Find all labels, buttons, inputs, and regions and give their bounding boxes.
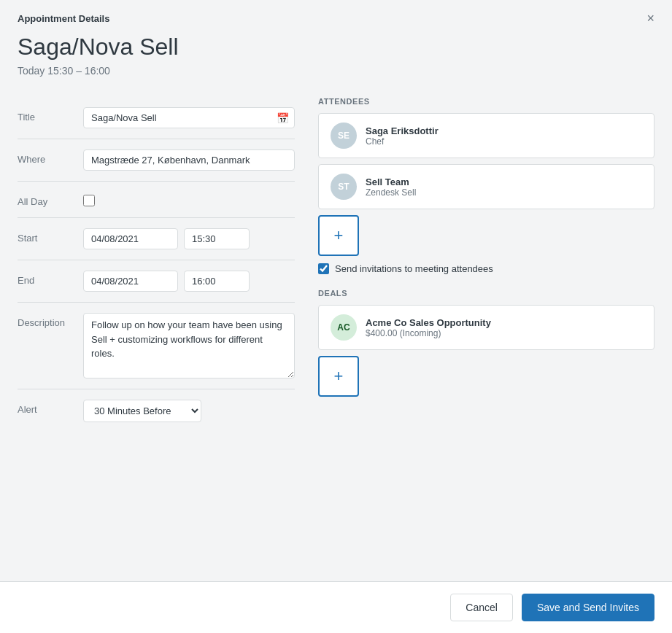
save-button[interactable]: Save and Send Invites bbox=[522, 594, 654, 621]
deal-info: Acme Co Sales Opportunity $400.00 (Incom… bbox=[366, 317, 491, 338]
add-attendee-button[interactable]: + bbox=[318, 215, 359, 256]
modal-footer: Cancel Save and Send Invites bbox=[0, 581, 672, 633]
form-layout: Title 📅 Where All Day bbox=[18, 97, 654, 432]
modal-body: Saga/Nova Sell Today 15:30 – 16:00 Title… bbox=[0, 34, 672, 581]
alert-label: Alert bbox=[18, 400, 83, 415]
calendar-icon: 📅 bbox=[277, 112, 289, 124]
description-label: Description bbox=[18, 313, 83, 328]
attendee-card: ST Sell Team Zendesk Sell bbox=[318, 164, 654, 209]
description-input[interactable]: Follow up on how your team have been usi… bbox=[83, 313, 295, 378]
cancel-button[interactable]: Cancel bbox=[450, 594, 513, 621]
avatar: SE bbox=[331, 123, 357, 149]
appointment-time: Today 15:30 – 16:00 bbox=[18, 65, 654, 77]
invite-label: Send invitations to meeting attendees bbox=[335, 263, 493, 274]
attendee-info: Sell Team Zendesk Sell bbox=[366, 176, 416, 198]
allday-checkbox[interactable] bbox=[83, 195, 95, 206]
attendee-name: Saga Eriksdottir bbox=[366, 125, 439, 136]
avatar: AC bbox=[331, 314, 357, 341]
end-date-input[interactable] bbox=[83, 271, 178, 292]
end-row: End bbox=[18, 260, 295, 303]
add-deal-button[interactable]: + bbox=[318, 356, 359, 397]
form-left: Title 📅 Where All Day bbox=[18, 97, 295, 432]
alert-select[interactable]: At time of event 5 Minutes Before 10 Min… bbox=[83, 400, 201, 422]
start-time-input[interactable] bbox=[184, 228, 250, 249]
end-datetime-group bbox=[83, 271, 295, 292]
end-time-input[interactable] bbox=[184, 271, 250, 292]
modal-header: Appointment Details × bbox=[0, 0, 672, 34]
deal-card: AC Acme Co Sales Opportunity $400.00 (In… bbox=[318, 305, 654, 350]
attendee-name: Sell Team bbox=[366, 176, 416, 187]
page-title: Saga/Nova Sell bbox=[18, 34, 654, 61]
description-row: Description Follow up on how your team h… bbox=[18, 303, 295, 389]
form-right: ATTENDEES SE Saga Eriksdottir Chef ST Se… bbox=[318, 97, 654, 432]
where-label: Where bbox=[18, 149, 83, 165]
title-row: Title 📅 bbox=[18, 97, 295, 139]
allday-label: All Day bbox=[18, 192, 83, 207]
attendee-info: Saga Eriksdottir Chef bbox=[366, 125, 439, 147]
close-button[interactable]: × bbox=[646, 12, 654, 25]
start-label: Start bbox=[18, 228, 83, 244]
avatar: ST bbox=[331, 174, 357, 200]
start-date-input[interactable] bbox=[83, 228, 178, 249]
invite-checkbox-row: Send invitations to meeting attendees bbox=[318, 263, 654, 274]
allday-row: All Day bbox=[18, 182, 295, 218]
start-row: Start bbox=[18, 218, 295, 260]
modal-title: Appointment Details bbox=[18, 13, 109, 24]
invite-checkbox[interactable] bbox=[318, 263, 329, 274]
title-input-wrapper: 📅 bbox=[83, 107, 295, 128]
attendee-card: SE Saga Eriksdottir Chef bbox=[318, 113, 654, 158]
attendees-section-label: ATTENDEES bbox=[318, 97, 654, 106]
title-label: Title bbox=[18, 107, 83, 123]
title-input[interactable] bbox=[83, 107, 295, 128]
where-row: Where bbox=[18, 139, 295, 182]
deals-section-label: DEALS bbox=[318, 289, 654, 298]
start-datetime-group bbox=[83, 228, 295, 249]
attendee-role: Zendesk Sell bbox=[366, 187, 416, 198]
end-label: End bbox=[18, 271, 83, 286]
allday-checkbox-wrapper bbox=[83, 192, 95, 206]
deal-name: Acme Co Sales Opportunity bbox=[366, 317, 491, 328]
alert-row: Alert At time of event 5 Minutes Before … bbox=[18, 389, 295, 432]
attendee-role: Chef bbox=[366, 136, 439, 147]
deals-section: DEALS AC Acme Co Sales Opportunity $400.… bbox=[318, 289, 654, 397]
appointment-modal: Appointment Details × Saga/Nova Sell Tod… bbox=[0, 0, 672, 633]
deal-amount: $400.00 (Incoming) bbox=[366, 328, 491, 338]
where-input[interactable] bbox=[83, 149, 295, 171]
